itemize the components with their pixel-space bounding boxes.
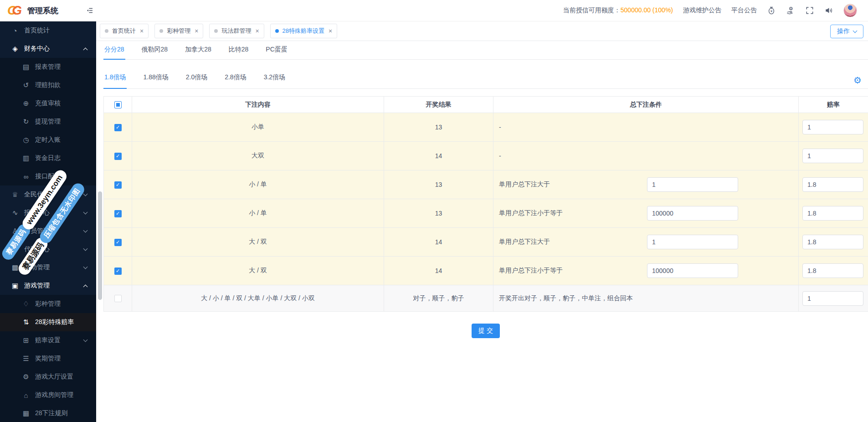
sidebar-item-api-config[interactable]: ∞接口配置 — [0, 167, 96, 185]
sidebar-item-agent-center[interactable]: ❖代理中心 — [0, 240, 96, 258]
content-area: 分分28 俄勒冈28 加拿大28 比特28 PC蛋蛋 1.8倍场 1.88倍场 … — [96, 41, 868, 338]
sidebar-item-game-room-management[interactable]: ⌂游戏房间管理 — [0, 386, 96, 404]
rate-input[interactable] — [802, 177, 863, 192]
rate-input[interactable] — [802, 291, 863, 306]
multiplier-tab-2-0[interactable]: 2.0倍场 — [185, 73, 208, 89]
chevron-down-icon — [83, 210, 88, 214]
sidebar-item-report-center[interactable]: ∿报表中心 — [0, 204, 96, 222]
sidebar-item-withdrawal-management[interactable]: ↻提现管理 — [0, 113, 96, 131]
odds-table: 下注内容 开奖结果 总下注条件 赔率 ✓ 小单 13 - ✓ 大双 14 - ✓ — [103, 96, 868, 312]
row-checkbox[interactable]: ✓ — [114, 210, 122, 217]
game-tab-bit28[interactable]: 比特28 — [228, 46, 250, 60]
submit-button[interactable]: 提 交 — [472, 324, 500, 338]
condition-value-input[interactable] — [647, 177, 738, 192]
result-cell: 13 — [384, 170, 493, 199]
rate-input[interactable] — [802, 263, 863, 278]
sidebar-item-home-stats[interactable]: ◔首页统计 — [0, 21, 96, 40]
sidebar-item-funds-log[interactable]: ▥资金日志 — [0, 149, 96, 167]
sidebar-item-lottery-management[interactable]: ♢彩种管理 — [0, 295, 96, 313]
game-tab-pcdandan[interactable]: PC蛋蛋 — [265, 46, 288, 60]
sidebar-item-special-odds-28[interactable]: ⇅28彩特殊赔率 — [0, 313, 96, 331]
tab-dot-icon — [105, 29, 108, 33]
rate-input[interactable] — [802, 235, 863, 249]
tab-home-stats[interactable]: 首页统计× — [100, 24, 149, 38]
close-icon[interactable]: × — [195, 28, 198, 34]
speaker-icon[interactable] — [824, 6, 833, 15]
sliders-icon: ⇅ — [22, 318, 30, 326]
row-checkbox[interactable]: ✓ — [114, 153, 122, 160]
tab-dot-icon — [159, 29, 163, 33]
select-all-checkbox[interactable] — [114, 101, 122, 108]
sidebar-item-national-agent[interactable]: ♕全民代理 — [0, 185, 96, 204]
link-icon: ∞ — [22, 173, 30, 180]
action-dropdown-button[interactable]: 操作 — [830, 25, 863, 38]
multiplier-tab-1-88[interactable]: 1.88倍场 — [142, 73, 169, 89]
condition-label: 单用户总下注小于等于 — [499, 209, 647, 217]
user-avatar[interactable] — [843, 4, 857, 17]
sidebar-item-game-hall-settings[interactable]: ⚙游戏大厅设置 — [0, 368, 96, 386]
condition-value-input[interactable] — [647, 263, 738, 278]
game-tab-canada28[interactable]: 加拿大28 — [184, 46, 212, 60]
rate-input[interactable] — [802, 149, 863, 163]
row-checkbox[interactable]: ✓ — [114, 124, 122, 131]
condition-label: 单用户总下注大于 — [499, 238, 647, 246]
game-tab-ffen28[interactable]: 分分28 — [103, 46, 125, 60]
sidebar-item-odds-settings[interactable]: ⊞赔率设置 — [0, 331, 96, 350]
condition-value-input[interactable] — [647, 235, 738, 249]
app-title: 管理系统 — [27, 5, 58, 16]
tag-icon: ♢ — [22, 300, 30, 308]
close-icon[interactable]: × — [140, 28, 144, 34]
tab-lottery-management[interactable]: 彩种管理× — [154, 24, 203, 38]
table-row: ✓ 小单 13 - — [104, 113, 868, 142]
tab-playgroup-management[interactable]: 玩法群管理× — [209, 24, 264, 38]
multiplier-tab-2-8[interactable]: 2.8倍场 — [224, 73, 247, 89]
platform-notice-link[interactable]: 平台公告 — [731, 6, 757, 15]
console-icon: ▣ — [11, 282, 19, 290]
condition-value-input[interactable] — [647, 206, 738, 221]
sidebar-item-claim-deduction[interactable]: ↺理赔扣款 — [0, 76, 96, 94]
row-checkbox[interactable]: ✓ — [114, 181, 122, 189]
app-logo: CG — [7, 4, 22, 17]
row-checkbox[interactable]: ✓ — [114, 239, 122, 246]
hand-coin-icon[interactable]: ¥ — [786, 6, 795, 15]
sidebar-scrollbar-thumb[interactable] — [98, 191, 102, 300]
rate-input[interactable] — [802, 206, 863, 221]
sidebar-item-bet-rules-28[interactable]: ▦28下注规则 — [0, 404, 96, 422]
multiplier-tab-1-8[interactable]: 1.8倍场 — [103, 73, 127, 89]
crown-icon: ♕ — [11, 190, 19, 199]
sidebar-item-game-management[interactable]: ▣游戏管理 — [0, 277, 96, 295]
game-tab-oregon28[interactable]: 俄勒冈28 — [141, 46, 169, 60]
condition-cell: 单用户总下注大于 — [493, 228, 799, 257]
multiplier-tab-3-2[interactable]: 3.2倍场 — [263, 73, 286, 89]
sidebar-collapse-icon[interactable] — [86, 6, 94, 16]
chevron-up-icon — [83, 47, 88, 52]
close-icon[interactable]: × — [329, 28, 332, 34]
sidebar-item-activity-management[interactable]: ▩活动管理 — [0, 258, 96, 277]
tab-dot-icon — [214, 29, 218, 33]
maintenance-notice-link[interactable]: 游戏维护公告 — [683, 6, 721, 15]
recharge-icon: ⊕ — [22, 99, 30, 108]
sidebar-item-finance-center[interactable]: ◈财务中心 — [0, 40, 96, 58]
result-cell: 14 — [384, 257, 493, 285]
brand: CG 管理系统 — [0, 4, 96, 17]
row-checkbox[interactable] — [114, 295, 122, 302]
sidebar-item-report-management[interactable]: ▤报表管理 — [0, 58, 96, 76]
org-icon: ⊞ — [22, 336, 30, 345]
rate-input[interactable] — [802, 120, 863, 134]
tab-special-odds-settings-28[interactable]: 28特殊赔率设置× — [270, 24, 338, 38]
row-checkbox[interactable]: ✓ — [114, 268, 122, 275]
top-header: CG 管理系统 当前授信可用额度：500000.00 (100%) 游戏维护公告… — [0, 0, 868, 21]
result-cell: 对子，顺子，豹子 — [384, 285, 493, 312]
sidebar-nav: ◔首页统计 ◈财务中心 ▤报表管理 ↺理赔扣款 ⊕充值审核 ↻提现管理 ◷定时入… — [0, 21, 96, 422]
game-tabs: 分分28 俄勒冈28 加拿大28 比特28 PC蛋蛋 — [103, 41, 868, 60]
fullscreen-icon[interactable] — [805, 6, 814, 15]
table-settings-gear-icon[interactable]: ⚙ — [853, 76, 862, 85]
sidebar-item-member-management[interactable]: ♙会员管理 — [0, 222, 96, 240]
sidebar-item-prize-period-management[interactable]: ☰奖期管理 — [0, 350, 96, 368]
sidebar-item-recharge-audit[interactable]: ⊕充值审核 — [0, 94, 96, 113]
money-bag-icon[interactable]: ¥ — [767, 6, 776, 15]
close-icon[interactable]: × — [255, 28, 259, 34]
sidebar-item-scheduled-entry[interactable]: ◷定时入账 — [0, 131, 96, 149]
shield-icon: ◈ — [11, 45, 19, 53]
table-row: ✓ 大 / 双 14 单用户总下注大于 — [104, 228, 868, 257]
